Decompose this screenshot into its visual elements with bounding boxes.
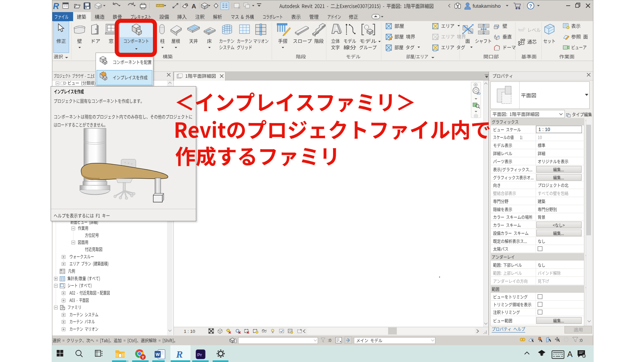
svg-text:R: R xyxy=(176,349,183,360)
svg-text:Pr: Pr xyxy=(197,352,202,357)
svg-text:?: ? xyxy=(529,3,532,9)
svg-text:A: A xyxy=(192,3,196,10)
svg-text:Y: Y xyxy=(142,355,145,359)
svg-text:W: W xyxy=(156,352,160,357)
svg-text:2D: 2D xyxy=(477,92,481,95)
